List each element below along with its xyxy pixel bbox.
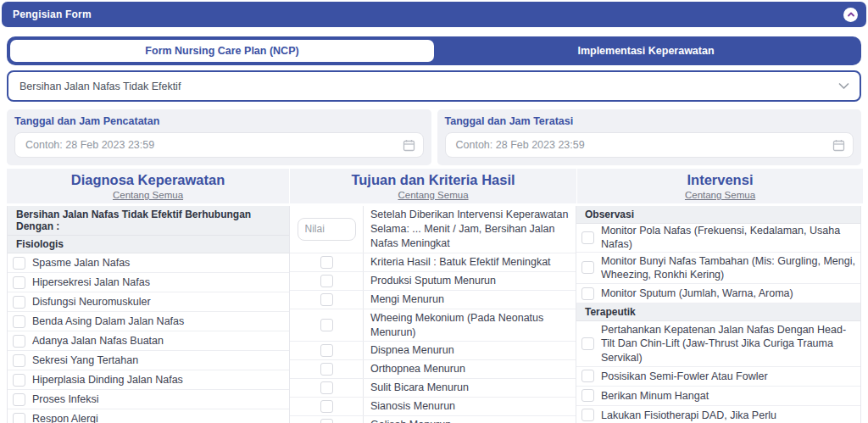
intervensi-item-row: Lakukan Fisiotherapi DAD, Jika Perlu (576, 406, 861, 423)
checkbox[interactable] (320, 293, 333, 306)
checkbox[interactable] (13, 276, 25, 289)
date-resolved-placeholder: Contoh: 28 Feb 2023 23:59 (456, 139, 585, 151)
diagnosa-item-row: Proses Infeksi (8, 390, 289, 409)
tujuan-item-row: Kriteria Hasil : Batuk Efektif Meningkat (290, 253, 576, 272)
calendar-icon[interactable] (403, 139, 415, 152)
nilai-input[interactable] (298, 218, 356, 241)
diagnosa-item-row: Respon Alergi (8, 409, 289, 423)
checkbox[interactable] (320, 400, 333, 413)
checkbox[interactable] (13, 374, 25, 387)
tujuan-item-row: Dispnea Menurun (290, 342, 576, 360)
diagnosa-column: Bersihan Jalan Nafas Tidak Efektif Berhu… (8, 206, 290, 423)
diagnosis-select[interactable]: Bersihan Jalan Nafas Tidak Efektif (7, 70, 861, 102)
diagnosa-check-all-link[interactable]: Centang Semua (113, 190, 183, 200)
checkbox[interactable] (320, 275, 333, 287)
tujuan-check-all-link[interactable]: Centang Semua (398, 190, 468, 200)
tab-label: Implementasi Keperawatan (577, 45, 714, 57)
checkbox[interactable] (13, 296, 25, 309)
intervensi-section-terapeutik: Terapeutik (576, 303, 861, 321)
checkbox[interactable] (13, 335, 25, 348)
diagnosa-section-fisiologis: Fisiologis (8, 236, 289, 253)
checkbox[interactable] (581, 389, 594, 402)
date-resolved-label: Tanggal dan Jam Teratasi (445, 115, 854, 127)
checkbox[interactable] (581, 370, 594, 382)
tujuan-title: Tujuan dan Kriteria Hasil (351, 172, 515, 188)
intervensi-item-row: Berikan Minum Hangat (576, 387, 861, 406)
checkbox[interactable] (13, 354, 25, 367)
diagnosa-item-row: Benda Asing Dalam Jalan Nafas (8, 312, 289, 331)
tujuan-item-row: Sianosis Menurun (290, 398, 576, 416)
date-recorded-input[interactable]: Contoh: 28 Feb 2023 23:59 (14, 132, 424, 158)
diagnosa-title: Diagnosa Keperawatan (71, 172, 225, 188)
table-title-row: Diagnosa Keperawatan Centang Semua Tujua… (7, 169, 861, 203)
checkbox[interactable] (320, 419, 333, 423)
calendar-icon[interactable] (832, 139, 845, 152)
diagnosa-item-row: Hiperplasia Dinding Jalan Nafas (8, 370, 289, 390)
tab-nursing-care-plan[interactable]: Form Nursing Care Plan (NCP) (10, 40, 434, 62)
diagnosa-intro-header: Bersihan Jalan Nafas Tidak Efektif Berhu… (8, 206, 289, 236)
tab-implementasi-keperawatan[interactable]: Implementasi Keperawatan (434, 40, 858, 62)
tujuan-item-row: Orthopnea Menurun (290, 360, 576, 379)
tujuan-column: Setelah Diberikan Intervensi Keperawatan… (290, 206, 576, 423)
intervensi-item-row: Monitor Sputum (Jumlah, Warna, Aroma) (576, 284, 861, 303)
diagnosa-item-row: Hipersekresi Jalan Nafas (8, 273, 289, 292)
intervensi-item-row: Monitor Bunyi Nafas Tambahan (Mis: Gurgl… (576, 253, 861, 285)
tujuan-item-row: Sulit Bicara Menurun (290, 379, 576, 398)
diagnosa-item-row: Disfungsi Neuromuskuler (8, 292, 289, 312)
item-label: Produksi Sputum Menurun (364, 272, 576, 290)
checkbox[interactable] (13, 393, 25, 406)
item-label: Hipersekresi Jalan Nafas (32, 276, 150, 289)
checkbox[interactable] (581, 287, 594, 300)
item-label: Monitor Pola Nafas (Frekuensi, Kedalaman… (601, 224, 855, 252)
checkbox[interactable] (13, 315, 25, 328)
diagnosa-item-row: Spasme Jalan Nafas (8, 253, 289, 273)
date-recorded-card: Tanggal dan Jam Pencatatan Contoh: 28 Fe… (7, 109, 431, 165)
date-recorded-label: Tanggal dan Jam Pencatatan (14, 115, 424, 127)
item-label: Adanya Jalan Nafas Buatan (32, 334, 164, 348)
checkbox[interactable] (581, 261, 594, 274)
checkbox[interactable] (13, 413, 25, 423)
item-label: Hiperplasia Dinding Jalan Nafas (32, 373, 183, 387)
checkbox[interactable] (13, 257, 25, 270)
item-label: Mengi Menurun (364, 291, 576, 309)
item-label: Sulit Bicara Menurun (364, 379, 576, 397)
item-label: Wheeing Mekonium (Pada Neonatus Menurun) (364, 309, 576, 342)
form-panel-header: Pengisian Form (2, 2, 866, 27)
checkbox[interactable] (581, 409, 594, 421)
checkbox[interactable] (581, 231, 594, 244)
intervensi-section-observasi: Observasi (576, 206, 861, 224)
checkbox[interactable] (320, 256, 333, 269)
date-resolved-input[interactable]: Contoh: 28 Feb 2023 23:59 (445, 132, 854, 158)
checkbox[interactable] (320, 319, 333, 331)
item-label: Posisikan Semi-Fowler Atau Fowler (601, 370, 768, 383)
collapse-panel-button[interactable] (843, 8, 858, 22)
item-label: Lakukan Fisiotherapi DAD, Jika Perlu (601, 409, 776, 422)
diagnosa-item-row: Sekresi Yang Tertahan (8, 351, 289, 370)
item-label: Monitor Bunyi Nafas Tambahan (Mis: Gurgl… (601, 254, 855, 282)
goal-text: Setelah Diberikan Intervensi Keperawatan… (364, 206, 576, 253)
tab-label: Form Nursing Care Plan (NCP) (145, 45, 298, 57)
date-recorded-placeholder: Contoh: 28 Feb 2023 23:59 (25, 139, 154, 151)
item-label: Monitor Sputum (Jumlah, Warna, Aroma) (601, 287, 793, 300)
checkbox[interactable] (581, 337, 594, 350)
diagnosis-select-value: Bersihan Jalan Nafas Tidak Efektif (19, 81, 181, 92)
intervensi-title-cell: Intervensi Centang Semua (577, 169, 863, 203)
intervensi-item-row: Monitor Pola Nafas (Frekuensi, Kedalaman… (576, 224, 861, 253)
checkbox[interactable] (320, 363, 333, 376)
nilai-cell (290, 206, 364, 253)
diagnosa-item-row: Adanya Jalan Nafas Buatan (8, 331, 289, 351)
item-label: Disfungsi Neuromuskuler (32, 295, 151, 309)
item-label: Sianosis Menurun (364, 398, 576, 415)
tujuan-item-row: Gelisah Menurun (290, 416, 576, 423)
tujuan-goal-row: Setelah Diberikan Intervensi Keperawatan… (290, 206, 576, 253)
intervensi-item-row: Posisikan Semi-Fowler Atau Fowler (576, 367, 861, 387)
intervensi-item-row: Pertahankan Kepatenan Jalan Nafas Dengan… (576, 321, 861, 367)
item-label: Dispnea Menurun (364, 342, 576, 359)
intervensi-check-all-link[interactable]: Centang Semua (685, 190, 755, 200)
item-label: Gelisah Menurun (364, 416, 576, 423)
tujuan-item-row: Mengi Menurun (290, 291, 576, 309)
item-label: Pertahankan Kepatenan Jalan Nafas Dengan… (601, 323, 855, 365)
checkbox[interactable] (320, 344, 333, 357)
checkbox[interactable] (320, 381, 333, 394)
item-label: Berikan Minum Hangat (601, 389, 709, 403)
